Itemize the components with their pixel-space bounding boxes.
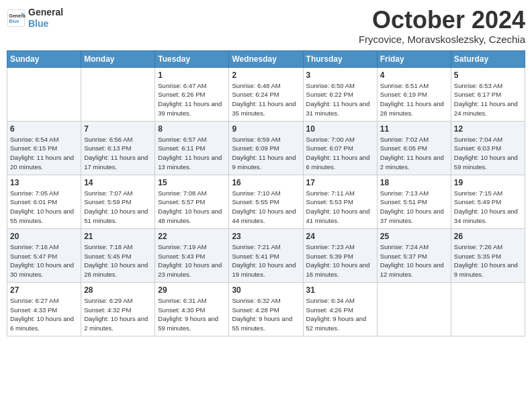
day-info: Sunrise: 6:51 AM Sunset: 6:19 PM Dayligh… [380,81,448,118]
day-number: 13 [10,178,78,187]
calendar-cell: 27Sunrise: 6:27 AM Sunset: 4:33 PM Dayli… [7,282,81,336]
day-number: 18 [380,178,448,187]
day-number: 2 [232,71,300,80]
logo-blue: Blue [28,18,63,30]
day-number: 23 [232,232,300,241]
calendar-cell: 22Sunrise: 7:19 AM Sunset: 5:43 PM Dayli… [155,228,229,282]
calendar-cell: 8Sunrise: 6:57 AM Sunset: 6:11 PM Daylig… [155,121,229,175]
day-info: Sunrise: 6:27 AM Sunset: 4:33 PM Dayligh… [10,296,78,333]
day-number: 26 [454,232,522,241]
day-info: Sunrise: 7:11 AM Sunset: 5:53 PM Dayligh… [306,189,374,226]
title-block: October 2024 Frycovice, Moravskoslezsky,… [359,7,525,45]
day-info: Sunrise: 7:10 AM Sunset: 5:55 PM Dayligh… [232,189,300,226]
day-number: 10 [306,124,374,134]
day-number: 14 [84,178,152,187]
day-number: 7 [84,124,152,134]
day-number: 27 [10,285,78,295]
calendar-cell: 26Sunrise: 7:26 AM Sunset: 5:35 PM Dayli… [451,228,525,282]
day-info: Sunrise: 7:07 AM Sunset: 5:59 PM Dayligh… [84,189,152,226]
day-header-wednesday: Wednesday [229,50,303,67]
day-number: 22 [158,232,226,241]
calendar-cell: 17Sunrise: 7:11 AM Sunset: 5:53 PM Dayli… [303,175,377,228]
day-number: 31 [306,285,374,295]
calendar-cell: 13Sunrise: 7:05 AM Sunset: 6:01 PM Dayli… [7,175,81,228]
day-info: Sunrise: 6:31 AM Sunset: 4:30 PM Dayligh… [158,296,226,333]
day-number: 3 [306,71,374,80]
day-number: 9 [232,124,300,134]
calendar-cell: 6Sunrise: 6:54 AM Sunset: 6:15 PM Daylig… [7,121,81,175]
day-header-friday: Friday [377,50,451,67]
day-info: Sunrise: 7:21 AM Sunset: 5:41 PM Dayligh… [232,242,300,279]
calendar-cell: 19Sunrise: 7:15 AM Sunset: 5:49 PM Dayli… [451,175,525,228]
calendar-cell: 2Sunrise: 6:48 AM Sunset: 6:24 PM Daylig… [229,67,303,121]
day-number: 15 [158,178,226,187]
day-info: Sunrise: 7:26 AM Sunset: 5:35 PM Dayligh… [454,242,522,279]
day-number: 24 [306,232,374,241]
day-info: Sunrise: 6:54 AM Sunset: 6:15 PM Dayligh… [10,135,78,172]
calendar-cell: 11Sunrise: 7:02 AM Sunset: 6:05 PM Dayli… [377,121,451,175]
day-info: Sunrise: 6:29 AM Sunset: 4:32 PM Dayligh… [84,296,152,333]
day-info: Sunrise: 7:02 AM Sunset: 6:05 PM Dayligh… [380,135,448,172]
calendar-cell [81,67,155,121]
calendar-cell: 18Sunrise: 7:13 AM Sunset: 5:51 PM Dayli… [377,175,451,228]
day-number: 20 [10,232,78,241]
day-number: 6 [10,124,78,134]
day-info: Sunrise: 6:53 AM Sunset: 6:17 PM Dayligh… [454,81,522,118]
calendar-cell: 29Sunrise: 6:31 AM Sunset: 4:30 PM Dayli… [155,282,229,336]
logo-general: General [28,7,63,18]
day-number: 4 [380,71,448,80]
page-header: General Blue General Blue October 2024 F… [7,7,525,45]
day-info: Sunrise: 7:04 AM Sunset: 6:03 PM Dayligh… [454,135,522,172]
day-info: Sunrise: 7:19 AM Sunset: 5:43 PM Dayligh… [158,242,226,279]
day-info: Sunrise: 6:47 AM Sunset: 6:26 PM Dayligh… [158,81,226,118]
day-number: 5 [454,71,522,80]
day-header-sunday: Sunday [7,50,81,67]
day-number: 1 [158,71,226,80]
day-number: 25 [380,232,448,241]
day-info: Sunrise: 7:16 AM Sunset: 5:47 PM Dayligh… [10,242,78,279]
calendar-cell: 7Sunrise: 6:56 AM Sunset: 6:13 PM Daylig… [81,121,155,175]
day-info: Sunrise: 7:18 AM Sunset: 5:45 PM Dayligh… [84,242,152,279]
day-number: 11 [380,124,448,134]
calendar-cell: 25Sunrise: 7:24 AM Sunset: 5:37 PM Dayli… [377,228,451,282]
calendar-cell: 4Sunrise: 6:51 AM Sunset: 6:19 PM Daylig… [377,67,451,121]
location-subtitle: Frycovice, Moravskoslezsky, Czechia [359,34,525,45]
calendar-cell: 23Sunrise: 7:21 AM Sunset: 5:41 PM Dayli… [229,228,303,282]
day-number: 17 [306,178,374,187]
day-number: 8 [158,124,226,134]
day-info: Sunrise: 6:57 AM Sunset: 6:11 PM Dayligh… [158,135,226,172]
calendar-cell: 14Sunrise: 7:07 AM Sunset: 5:59 PM Dayli… [81,175,155,228]
calendar-cell: 3Sunrise: 6:50 AM Sunset: 6:22 PM Daylig… [303,67,377,121]
day-number: 29 [158,285,226,295]
day-info: Sunrise: 7:08 AM Sunset: 5:57 PM Dayligh… [158,189,226,226]
calendar-cell: 24Sunrise: 7:23 AM Sunset: 5:39 PM Dayli… [303,228,377,282]
day-header-saturday: Saturday [451,50,525,67]
day-header-thursday: Thursday [303,50,377,67]
calendar-cell: 5Sunrise: 6:53 AM Sunset: 6:17 PM Daylig… [451,67,525,121]
calendar-cell: 16Sunrise: 7:10 AM Sunset: 5:55 PM Dayli… [229,175,303,228]
day-info: Sunrise: 6:59 AM Sunset: 6:09 PM Dayligh… [232,135,300,172]
day-info: Sunrise: 6:56 AM Sunset: 6:13 PM Dayligh… [84,135,152,172]
day-number: 30 [232,285,300,295]
month-title: October 2024 [359,7,525,34]
svg-rect-0 [7,9,24,26]
day-info: Sunrise: 7:00 AM Sunset: 6:07 PM Dayligh… [306,135,374,172]
day-info: Sunrise: 7:24 AM Sunset: 5:37 PM Dayligh… [380,242,448,279]
calendar-cell [451,282,525,336]
calendar-cell: 20Sunrise: 7:16 AM Sunset: 5:47 PM Dayli… [7,228,81,282]
day-info: Sunrise: 7:23 AM Sunset: 5:39 PM Dayligh… [306,242,374,279]
day-number: 16 [232,178,300,187]
calendar-cell [377,282,451,336]
calendar-cell: 10Sunrise: 7:00 AM Sunset: 6:07 PM Dayli… [303,121,377,175]
day-header-tuesday: Tuesday [155,50,229,67]
calendar-cell: 30Sunrise: 6:32 AM Sunset: 4:28 PM Dayli… [229,282,303,336]
day-info: Sunrise: 6:32 AM Sunset: 4:28 PM Dayligh… [232,296,300,333]
day-header-monday: Monday [81,50,155,67]
logo-icon: General Blue [7,9,26,28]
calendar-table: SundayMondayTuesdayWednesdayThursdayFrid… [7,50,525,336]
day-info: Sunrise: 7:15 AM Sunset: 5:49 PM Dayligh… [454,189,522,226]
svg-text:Blue: Blue [9,19,19,24]
day-info: Sunrise: 6:34 AM Sunset: 4:26 PM Dayligh… [306,296,374,333]
calendar-cell: 28Sunrise: 6:29 AM Sunset: 4:32 PM Dayli… [81,282,155,336]
calendar-cell [7,67,81,121]
